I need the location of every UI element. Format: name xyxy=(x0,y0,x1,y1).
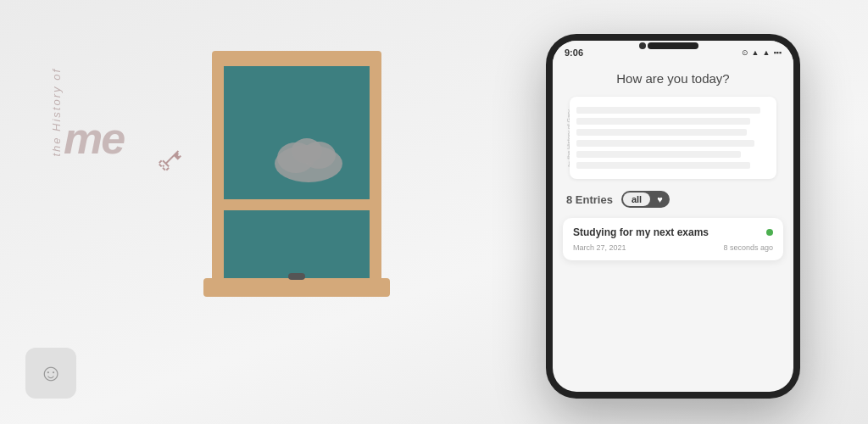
logo-me-text: me xyxy=(64,116,124,160)
entry-meta: March 27, 2021 8 seconds ago xyxy=(573,243,773,252)
diary-entry-area[interactable]: 🗝 the History of Gary xyxy=(559,97,787,179)
status-icons: ⊙ ▲ ▲ ▪▪▪ xyxy=(742,48,782,57)
window-divider xyxy=(224,199,370,211)
year-label: 2021 xyxy=(792,231,793,248)
status-time: 9:06 xyxy=(565,47,583,58)
month-label: March xyxy=(553,228,554,249)
phone-screen: 9:06 ⊙ ▲ ▲ ▪▪▪ How are you today? 🗝 the … xyxy=(553,41,793,392)
app-header: How are you today? xyxy=(553,64,793,92)
smiley-icon: ☺ xyxy=(39,360,64,387)
window-right-frame xyxy=(370,66,381,278)
diary-line xyxy=(576,107,760,114)
window-sill xyxy=(203,278,390,297)
entry-dot xyxy=(766,229,773,236)
entries-count: 8 Entries xyxy=(566,193,613,206)
app-title: How are you today? xyxy=(616,71,729,86)
window-glass-top xyxy=(224,66,370,202)
entry-card-wrapper: March 2021 Studying for my next exams Ma… xyxy=(563,218,783,260)
entries-section: 8 Entries all ♥ xyxy=(553,184,793,215)
diary-line xyxy=(576,162,750,169)
entry-title: Studying for my next exams xyxy=(573,226,709,238)
phone-mockup: 9:06 ⊙ ▲ ▲ ▪▪▪ How are you today? 🗝 the … xyxy=(546,34,817,407)
svg-point-3 xyxy=(292,138,322,164)
window-handle xyxy=(288,273,305,280)
battery-icon: ▪▪▪ xyxy=(773,48,782,57)
entry-card[interactable]: Studying for my next exams March 27, 202… xyxy=(563,218,783,260)
window-left-frame xyxy=(212,66,224,278)
entry-time-ago: 8 seconds ago xyxy=(723,243,773,252)
window-glass-bottom xyxy=(224,210,370,278)
window-illustration xyxy=(212,51,381,322)
phone-camera xyxy=(639,42,646,49)
entry-date: March 27, 2021 xyxy=(573,243,626,252)
logo-container: the History of me xyxy=(51,68,124,160)
wifi-icon: ▲ xyxy=(752,48,760,57)
diary-line xyxy=(576,118,750,125)
phone-body: 9:06 ⊙ ▲ ▲ ▪▪▪ How are you today? 🗝 the … xyxy=(546,34,800,399)
diary-lines xyxy=(576,103,770,172)
tab-group[interactable]: all ♥ xyxy=(621,191,670,208)
diary-line xyxy=(576,129,747,136)
logo-history-text: the History of xyxy=(51,68,62,157)
diary-input[interactable] xyxy=(570,97,776,179)
signal-strength-icon: ▲ xyxy=(763,48,771,57)
phone-notch xyxy=(648,42,698,49)
tab-all[interactable]: all xyxy=(623,192,650,206)
signal-icon: ⊙ xyxy=(742,48,748,57)
diary-line xyxy=(576,140,754,147)
tab-heart[interactable]: ♥ xyxy=(652,192,668,206)
window-frame-top xyxy=(212,51,381,66)
smiley-button[interactable]: ☺ xyxy=(25,348,76,399)
logo-wrapper: the History of me xyxy=(51,68,124,160)
cloud-icon xyxy=(266,126,351,188)
diary-line xyxy=(576,151,741,158)
entry-card-header: Studying for my next exams xyxy=(573,226,773,238)
